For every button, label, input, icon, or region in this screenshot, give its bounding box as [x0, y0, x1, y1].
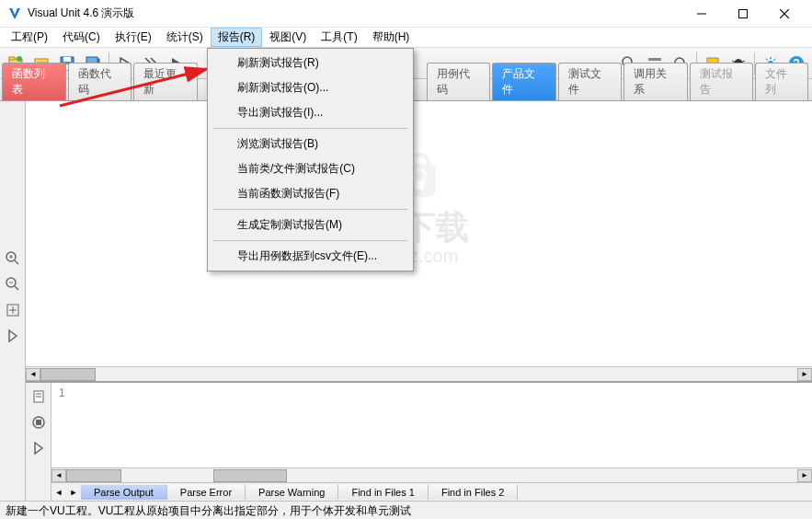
expand-icon[interactable]	[3, 300, 23, 320]
tab-test-report[interactable]: 测试报告	[690, 63, 754, 100]
tab-call-relation[interactable]: 调用关系	[623, 63, 688, 100]
dropdown-separator	[213, 209, 407, 210]
lower-tool-gutter	[26, 383, 51, 501]
btab-find-files-2[interactable]: Find in Files 2	[429, 485, 518, 500]
scroll-thumb[interactable]	[40, 368, 96, 381]
app-icon	[7, 6, 22, 21]
editor-upper-pane: 安下载 anxz.com	[26, 101, 812, 366]
titlebar: Visual Unit 4.6 演示版	[0, 0, 812, 28]
svg-rect-43	[36, 420, 41, 425]
menu-stats[interactable]: 统计(S)	[159, 28, 211, 47]
lower-forward-icon[interactable]	[29, 438, 49, 458]
tab-file-col[interactable]: 文件列	[755, 63, 808, 100]
lower-hscroll[interactable]: ◄ ►	[51, 467, 812, 482]
output-text-area[interactable]: 1	[51, 383, 812, 467]
close-button[interactable]	[763, 1, 805, 27]
btab-parse-error[interactable]: Parse Error	[167, 485, 246, 500]
dd-class-file-report[interactable]: 当前类/文件测试报告(C)	[210, 156, 411, 181]
line-number: 1	[59, 386, 65, 399]
statusbar: 新建一个VU工程。VU工程从原始项目中分离出指定部分，用于个体开发和单元测试	[0, 501, 812, 519]
btab-find-files-1[interactable]: Find in Files 1	[338, 485, 428, 500]
dd-generate-custom-report[interactable]: 生成定制测试报告(M)	[210, 213, 411, 237]
output-tabs: ◄ ► Parse Output Parse Error Parse Warni…	[51, 482, 812, 501]
svg-rect-5	[9, 57, 15, 60]
scroll-thumb-2[interactable]	[213, 469, 287, 482]
menu-report[interactable]: 报告(R)	[211, 28, 263, 47]
tab-test-file[interactable]: 测试文件	[558, 63, 623, 100]
scroll-right-icon[interactable]: ►	[797, 469, 812, 482]
scroll-left-icon[interactable]: ◄	[26, 368, 40, 381]
zoom-out-icon[interactable]	[3, 274, 23, 294]
status-text: 新建一个VU工程。VU工程从原始项目中分离出指定部分，用于个体开发和单元测试	[6, 504, 411, 517]
dd-refresh-report-o[interactable]: 刷新测试报告(O)...	[210, 75, 411, 100]
upper-hscroll[interactable]: ◄ ►	[26, 366, 812, 381]
menu-help[interactable]: 帮助(H)	[365, 28, 417, 47]
menu-execute[interactable]: 执行(E)	[108, 28, 159, 47]
zoom-in-icon[interactable]	[3, 248, 23, 269]
dropdown-separator	[213, 128, 407, 129]
menu-code[interactable]: 代码(C)	[55, 28, 108, 47]
tab-recent-update[interactable]: 最近更新	[133, 63, 198, 100]
left-tool-gutter	[0, 101, 26, 501]
tabs-scroll-right-icon[interactable]: ►	[66, 488, 81, 497]
svg-line-31	[15, 260, 18, 264]
scroll-right-icon[interactable]: ►	[797, 368, 812, 381]
lower-pane: 1 ◄ ► ◄ ► Parse Output Parse Error	[26, 381, 812, 501]
tab-function-code[interactable]: 函数代码	[68, 63, 132, 100]
svg-rect-1	[738, 9, 747, 17]
btab-parse-warning[interactable]: Parse Warning	[246, 485, 338, 500]
svg-line-35	[15, 286, 18, 290]
btab-parse-output[interactable]: Parse Output	[81, 485, 167, 500]
dd-refresh-report-r[interactable]: 刷新测试报告(R)	[210, 51, 411, 75]
svg-point-6	[17, 56, 22, 62]
doc-icon[interactable]	[29, 386, 49, 407]
menubar: 工程(P) 代码(C) 执行(E) 统计(S) 报告(R) 视图(V) 工具(T…	[0, 28, 812, 48]
scroll-left-icon[interactable]: ◄	[51, 469, 66, 482]
window-title: Visual Unit 4.6 演示版	[28, 6, 680, 21]
tab-product-file[interactable]: 产品文件	[492, 63, 556, 100]
menu-tools[interactable]: 工具(T)	[314, 28, 364, 47]
stop-icon[interactable]	[29, 412, 49, 432]
tabs-scroll-left-icon[interactable]: ◄	[51, 488, 66, 497]
dd-browse-report[interactable]: 浏览测试报告(B)	[210, 132, 411, 156]
svg-rect-15	[648, 58, 661, 61]
dropdown-separator	[213, 240, 407, 241]
forward-icon[interactable]	[3, 326, 23, 346]
dd-export-csv[interactable]: 导出用例数据到csv文件(E)...	[210, 244, 411, 269]
menu-project[interactable]: 工程(P)	[4, 28, 55, 47]
tab-case-code[interactable]: 用例代码	[427, 63, 491, 100]
dd-export-report[interactable]: 导出测试报告(I)...	[210, 100, 411, 125]
scroll-thumb[interactable]	[66, 469, 121, 482]
report-dropdown: 刷新测试报告(R) 刷新测试报告(O)... 导出测试报告(I)... 浏览测试…	[207, 48, 414, 271]
tab-function-list[interactable]: 函数列表	[2, 63, 66, 100]
dd-function-report[interactable]: 当前函数测试报告(F)	[210, 181, 411, 206]
maximize-button[interactable]	[722, 1, 763, 27]
menu-view[interactable]: 视图(V)	[262, 28, 314, 47]
minimize-button[interactable]	[680, 1, 722, 27]
svg-rect-9	[63, 57, 71, 62]
